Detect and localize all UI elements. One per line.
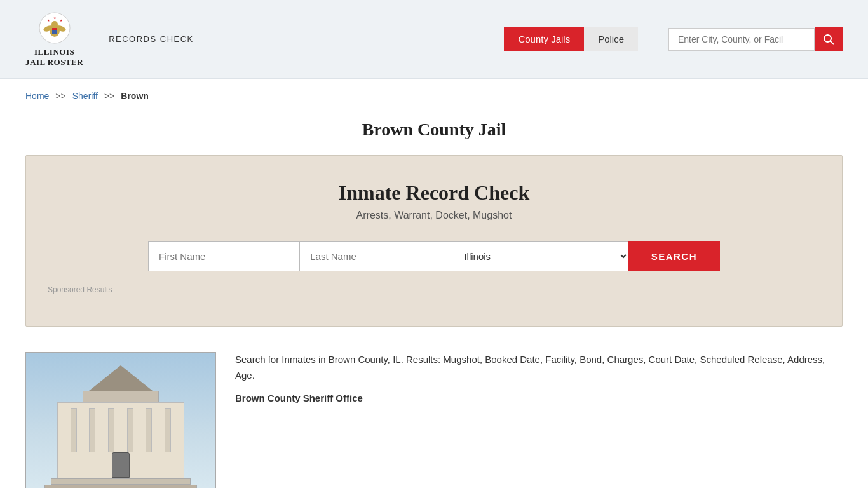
header-search <box>668 27 843 51</box>
breadcrumb: Home >> Sheriff >> Brown <box>0 79 868 108</box>
facility-image <box>25 352 216 488</box>
inmate-search-button[interactable]: SEARCH <box>628 241 720 271</box>
content-subheading: Brown County Sheriff Office <box>235 393 843 403</box>
search-icon <box>823 34 834 45</box>
header-search-input[interactable] <box>668 28 815 51</box>
header: ★ ★ ★ ILLINOISJAIL ROSTER RECORDS CHECK … <box>0 0 868 79</box>
inmate-panel-title: Inmate Record Check <box>45 181 823 205</box>
main-nav: County Jails Police <box>504 27 638 51</box>
illinois-seal-icon: ★ ★ ★ <box>38 11 71 44</box>
records-check-link[interactable]: RECORDS CHECK <box>109 34 194 44</box>
state-select[interactable]: AlabamaAlaskaArizonaArkansasCaliforniaCo… <box>451 241 628 271</box>
last-name-input[interactable] <box>299 241 451 271</box>
inmate-panel-subtitle: Arrests, Warrant, Docket, Mugshot <box>45 210 823 221</box>
breadcrumb-sheriff[interactable]: Sheriff <box>72 91 98 101</box>
header-search-button[interactable] <box>815 27 843 51</box>
site-logo[interactable]: ★ ★ ★ ILLINOISJAIL ROSTER <box>25 11 83 67</box>
svg-rect-7 <box>52 28 57 30</box>
breadcrumb-current: Brown <box>121 91 149 101</box>
content-text: Search for Inmates in Brown County, IL. … <box>235 352 843 488</box>
sponsored-label: Sponsored Results <box>45 285 823 294</box>
content-description: Search for Inmates in Brown County, IL. … <box>235 352 843 384</box>
page-title-area: Brown County Jail <box>0 108 868 155</box>
breadcrumb-sep-2: >> <box>104 91 114 101</box>
breadcrumb-home[interactable]: Home <box>25 91 49 101</box>
page-title: Brown County Jail <box>25 119 843 140</box>
first-name-input[interactable] <box>148 241 299 271</box>
county-jails-button[interactable]: County Jails <box>504 27 584 51</box>
inmate-search-row: AlabamaAlaskaArizonaArkansasCaliforniaCo… <box>148 241 720 271</box>
inmate-panel: Inmate Record Check Arrests, Warrant, Do… <box>25 155 843 327</box>
police-button[interactable]: Police <box>584 27 638 51</box>
logo-text: ILLINOISJAIL ROSTER <box>25 47 83 67</box>
breadcrumb-sep-1: >> <box>55 91 65 101</box>
content-section: Search for Inmates in Brown County, IL. … <box>0 346 868 488</box>
svg-line-12 <box>831 41 834 44</box>
